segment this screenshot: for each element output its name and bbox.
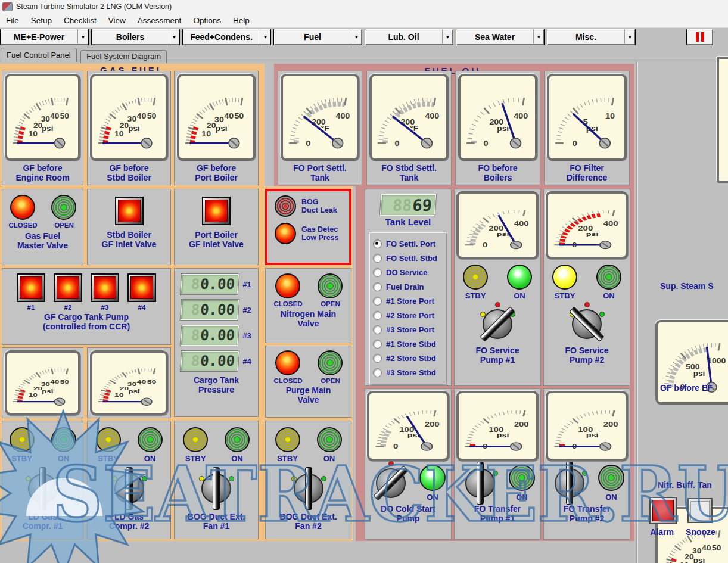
- menu-item-assessment[interactable]: Assessment: [132, 14, 188, 27]
- radio-option-fo-settl-stbd[interactable]: FO Settl. Stbd: [373, 251, 443, 266]
- bog-duct-leak-lamp: [275, 195, 296, 217]
- cargo-tank-pump-button-2[interactable]: [54, 273, 82, 302]
- chevron-down-icon[interactable]: ▼: [169, 29, 179, 45]
- cargo-tank-pump-button-3[interactable]: [91, 273, 119, 302]
- do-cold-start-switch[interactable]: [371, 463, 411, 503]
- radio-circle[interactable]: [373, 368, 382, 377]
- fo-transfer-pump-2-switch[interactable]: [549, 463, 590, 503]
- radio-circle[interactable]: [373, 282, 382, 291]
- chevron-down-icon[interactable]: ▼: [533, 29, 544, 45]
- toolbar: ME+E-Power▼Boilers▼Feed+Condens.▼Fuel▼Lu…: [0, 28, 728, 46]
- radio-circle[interactable]: [373, 340, 382, 349]
- chevron-down-icon[interactable]: ▼: [77, 29, 88, 45]
- stbd-inlet-valve-button[interactable]: [115, 197, 144, 225]
- toolbar-button-me-e-power[interactable]: ME+E-Power▼: [0, 29, 89, 45]
- toolbar-button-lub-oil[interactable]: Lub. Oil▼: [365, 29, 453, 45]
- radio-option-3-store-stbd[interactable]: #3 Store Stbd: [373, 366, 443, 380]
- radio-option-2-store-stbd[interactable]: #2 Store Stbd: [373, 352, 443, 366]
- tank-select-group: FO Settl. PortFO Settl. StbdDO ServiceFu…: [369, 232, 447, 385]
- on-label: ON: [603, 291, 615, 300]
- panel-cargo-tank-pressure: 80.00#180.00#280.00#380.00#4 Cargo Tank …: [174, 268, 259, 417]
- toolbar-button-boilers[interactable]: Boilers▼: [91, 29, 180, 45]
- svg-text:30: 30: [214, 114, 224, 124]
- chevron-down-icon[interactable]: ▼: [351, 29, 362, 45]
- open-label: OPEN: [54, 222, 74, 229]
- svg-text:10: 10: [605, 111, 615, 120]
- menu-item-file[interactable]: File: [0, 14, 25, 27]
- switch-handle[interactable]: [305, 467, 312, 510]
- cargo-pressure-display: 80.00: [181, 300, 239, 320]
- menu-item-options[interactable]: Options: [187, 14, 227, 27]
- radio-circle[interactable]: [373, 354, 382, 363]
- gauge-label-gf-before-ef: GF before EF: [660, 383, 728, 393]
- pump-label: BOG Duct Ext. Fan #2: [279, 512, 337, 531]
- chevron-down-icon[interactable]: ▼: [624, 29, 635, 45]
- red-position-dot: [495, 302, 500, 307]
- open-label: OPEN: [321, 377, 340, 384]
- gauge-fo-transfer-pump-2: 0100200psi: [546, 391, 628, 461]
- svg-text:psi: psi: [42, 124, 53, 133]
- cargo-tank-pump-button-1[interactable]: [17, 273, 45, 302]
- radio-circle[interactable]: [373, 325, 382, 334]
- radio-option-1-store-stbd[interactable]: #1 Store Stbd: [373, 337, 443, 352]
- port-inlet-valve-button[interactable]: [202, 197, 231, 225]
- pump-label: FO Service Pump #2: [565, 346, 608, 365]
- menu-item-view[interactable]: View: [102, 14, 132, 27]
- radio-option-1-store-port[interactable]: #1 Store Port: [373, 294, 443, 309]
- radio-option-2-store-port[interactable]: #2 Store Port: [373, 309, 443, 323]
- toolbar-button-fuel[interactable]: Fuel▼: [273, 29, 362, 45]
- radio-label: #2 Store Stbd: [386, 354, 436, 363]
- fo-transfer-pump-1-switch[interactable]: [460, 463, 500, 503]
- ld-compr-1-switch[interactable]: [23, 468, 63, 509]
- tab-fuel-system-diagram[interactable]: Fuel System Diagram: [80, 50, 167, 63]
- switch-handle[interactable]: [39, 467, 46, 510]
- cargo-tank-pump-button-4[interactable]: [127, 273, 156, 302]
- switch-handle[interactable]: [566, 462, 573, 505]
- radio-option-3-store-port[interactable]: #3 Store Port: [373, 323, 443, 337]
- snooze-button[interactable]: [687, 498, 713, 523]
- illuminated-core: [57, 276, 79, 299]
- svg-text:psi: psi: [42, 388, 53, 394]
- radio-option-fuel-drain[interactable]: Fuel Drain: [373, 280, 443, 294]
- toolbar-button-label: Lub. Oil: [365, 29, 442, 45]
- pause-button[interactable]: [686, 29, 713, 45]
- menu-item-checklist[interactable]: Checklist: [58, 14, 102, 27]
- menu-item-help[interactable]: Help: [227, 14, 256, 27]
- svg-text:40: 40: [50, 111, 59, 120]
- tab-fuel-control-panel[interactable]: Fuel Control Panel: [1, 48, 77, 62]
- radio-circle[interactable]: [373, 311, 382, 320]
- radio-circle[interactable]: [373, 268, 382, 277]
- toolbar-button-sea-water[interactable]: Sea Water▼: [456, 29, 545, 45]
- svg-text:psi: psi: [497, 432, 509, 439]
- radio-circle[interactable]: [373, 297, 382, 306]
- closed-lamp: [275, 350, 300, 375]
- radio-option-fo-settl-port[interactable]: FO Settl. Port: [373, 237, 443, 251]
- bog-fan-1-switch[interactable]: [196, 468, 237, 509]
- fo-service-pump-2-switch[interactable]: [567, 304, 607, 344]
- radio-circle[interactable]: [373, 239, 382, 248]
- display-tag: #2: [242, 306, 251, 315]
- snooze-face: [690, 501, 710, 520]
- svg-text:psi: psi: [497, 125, 509, 133]
- bog-fan-2-switch[interactable]: [288, 468, 329, 509]
- stby-label: STBY: [555, 291, 575, 300]
- valve-label: Gas Fuel Master Valve: [17, 232, 68, 250]
- toolbar-button-misc[interactable]: Misc.▼: [547, 29, 636, 45]
- fo-service-pump-1-switch[interactable]: [477, 304, 518, 344]
- chevron-down-icon[interactable]: ▼: [442, 29, 453, 45]
- radio-label: #3 Store Port: [386, 325, 434, 334]
- chevron-down-icon[interactable]: ▼: [260, 29, 270, 45]
- menu-item-setup[interactable]: Setup: [25, 14, 58, 27]
- radio-circle[interactable]: [373, 254, 382, 263]
- panel-gas-fuel-master-valve: CLOSED OPEN Gas Fuel Master Valve: [2, 189, 83, 265]
- radio-option-do-service[interactable]: DO Service: [373, 266, 443, 280]
- panel-fo-service-pump-2: 0200400psi STBY ON FO Service Pump #2: [543, 189, 630, 386]
- panel-port-boiler-gf-inlet-valve: Port Boiler GF Inlet Valve: [174, 189, 259, 265]
- switch-handle[interactable]: [477, 462, 484, 505]
- ld-compr-2-switch[interactable]: [109, 468, 150, 509]
- alarm-button[interactable]: [649, 497, 677, 524]
- switch-handle[interactable]: [126, 467, 133, 510]
- switch-handle[interactable]: [213, 467, 220, 510]
- app-icon: [2, 2, 13, 11]
- toolbar-button-feed-condens[interactable]: Feed+Condens.▼: [182, 29, 271, 45]
